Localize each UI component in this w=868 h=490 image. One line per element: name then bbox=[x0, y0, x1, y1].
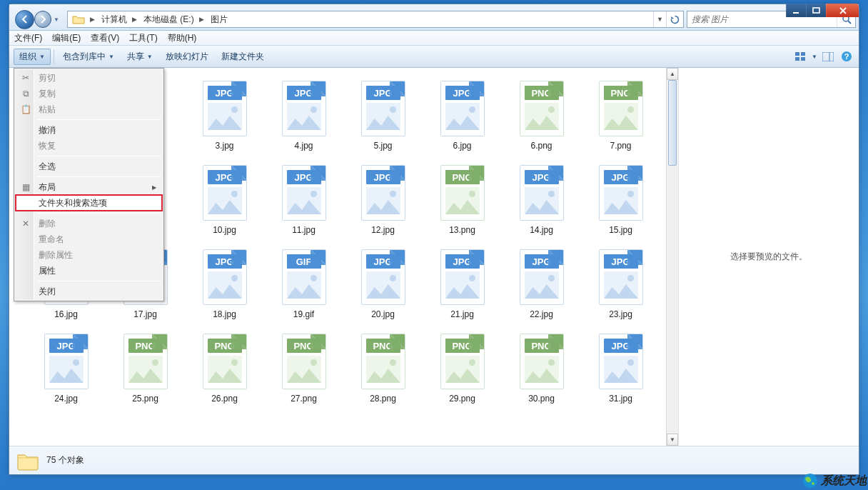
menu-close[interactable]: 关闭 bbox=[16, 284, 162, 299]
svg-rect-6 bbox=[795, 57, 799, 61]
file-thumbnail: JPG bbox=[358, 79, 409, 138]
svg-marker-20 bbox=[366, 200, 400, 214]
help-button[interactable]: ? bbox=[839, 49, 854, 64]
menu-rename[interactable]: 重命名 bbox=[16, 231, 162, 247]
file-item[interactable]: PNG13.png bbox=[423, 159, 502, 244]
menu-help[interactable]: 帮助(H) bbox=[163, 31, 202, 45]
breadcrumb-dropdown[interactable]: ▼ bbox=[653, 11, 666, 27]
file-item[interactable]: JPG23.jpg bbox=[581, 244, 660, 328]
file-item[interactable]: JPG18.jpg bbox=[185, 244, 264, 328]
file-item[interactable]: JPG31.jpg bbox=[581, 328, 660, 412]
nav-history-dropdown[interactable]: ▼ bbox=[51, 16, 61, 23]
menu-properties[interactable]: 属性 bbox=[16, 263, 162, 279]
file-item[interactable]: JPG3.jpg bbox=[185, 75, 264, 159]
scroll-up-button[interactable]: ▲ bbox=[667, 68, 678, 80]
toolbar-organize[interactable]: 组织▼ bbox=[14, 49, 51, 65]
file-name: 31.jpg bbox=[609, 394, 632, 404]
file-item[interactable]: PNG27.png bbox=[264, 328, 343, 412]
file-item[interactable]: PNG30.png bbox=[502, 328, 581, 412]
breadcrumb-bar[interactable]: ▶ 计算机 ▶ 本地磁盘 (E:) ▶ 图片 ▼ bbox=[67, 11, 684, 28]
menu-file[interactable]: 文件(F) bbox=[9, 31, 47, 45]
menu-view[interactable]: 查看(V) bbox=[86, 31, 124, 45]
file-item[interactable]: JPG14.jpg bbox=[502, 159, 581, 244]
toolbar-include-library[interactable]: 包含到库中▼ bbox=[57, 49, 120, 65]
menu-paste[interactable]: 📋粘贴 bbox=[16, 101, 162, 117]
file-item[interactable]: JPG6.jpg bbox=[423, 75, 502, 159]
file-name: 6.jpg bbox=[453, 141, 471, 151]
cut-icon: ✂ bbox=[20, 72, 31, 84]
toolbar-new-folder[interactable]: 新建文件夹 bbox=[216, 49, 270, 65]
menu-copy[interactable]: ⧉复制 bbox=[16, 86, 162, 101]
file-item[interactable]: JPG22.jpg bbox=[502, 244, 581, 328]
svg-marker-16 bbox=[525, 116, 559, 130]
preview-empty-label: 选择要预览的文件。 bbox=[730, 251, 807, 263]
status-bar: 75 个对象 bbox=[9, 446, 859, 474]
svg-marker-12 bbox=[208, 116, 242, 130]
menu-edit[interactable]: 编辑(E) bbox=[47, 31, 86, 45]
file-item[interactable]: JPG20.jpg bbox=[343, 244, 423, 328]
file-item[interactable]: JPG11.jpg bbox=[264, 159, 343, 244]
breadcrumb-separator[interactable]: ▶ bbox=[87, 11, 97, 27]
file-item[interactable]: PNG28.png bbox=[343, 328, 423, 412]
menu-redo[interactable]: 恢复 bbox=[16, 138, 162, 154]
toolbar-slideshow[interactable]: 放映幻灯片 bbox=[160, 49, 214, 65]
menu-remove-props[interactable]: 删除属性 bbox=[16, 247, 162, 263]
file-thumbnail: JPG bbox=[199, 164, 251, 222]
breadcrumb-separator[interactable]: ▶ bbox=[129, 11, 139, 27]
file-name: 21.jpg bbox=[450, 309, 474, 319]
file-name: 5.jpg bbox=[373, 141, 392, 151]
menu-folder-options[interactable]: 文件夹和搜索选项 bbox=[16, 195, 162, 211]
toolbar-share[interactable]: 共享▼ bbox=[121, 49, 158, 65]
svg-marker-36 bbox=[366, 369, 400, 383]
file-item[interactable]: PNG6.png bbox=[502, 75, 581, 159]
minimize-button[interactable] bbox=[786, 4, 806, 17]
file-name: 12.jpg bbox=[371, 225, 395, 235]
file-item[interactable]: JPG10.jpg bbox=[185, 159, 264, 244]
file-item[interactable]: JPG24.jpg bbox=[26, 328, 106, 412]
file-name: 23.jpg bbox=[609, 309, 632, 319]
nav-back-button[interactable] bbox=[15, 10, 34, 29]
file-name: 20.jpg bbox=[371, 309, 395, 319]
refresh-button[interactable] bbox=[666, 11, 683, 27]
file-name: 19.gif bbox=[293, 309, 314, 319]
close-button[interactable] bbox=[826, 4, 859, 17]
menu-cut[interactable]: ✂剪切 bbox=[16, 70, 162, 86]
menu-delete[interactable]: ✕删除 bbox=[16, 216, 162, 231]
file-thumbnail: GIF bbox=[278, 248, 330, 306]
svg-marker-21 bbox=[445, 200, 480, 214]
menu-layout[interactable]: ▦布局 bbox=[16, 179, 162, 195]
file-item[interactable]: PNG26.png bbox=[185, 328, 264, 412]
file-thumbnail: PNG bbox=[516, 79, 567, 138]
file-thumbnail: JPG bbox=[199, 79, 251, 138]
scrollbar[interactable]: ▲ ▼ bbox=[666, 68, 678, 446]
preview-pane: 选择要预览的文件。 bbox=[678, 68, 859, 446]
view-mode-button[interactable] bbox=[793, 49, 809, 64]
menu-select-all[interactable]: 全选 bbox=[16, 159, 162, 174]
menubar: 文件(F) 编辑(E) 查看(V) 工具(T) 帮助(H) bbox=[9, 31, 859, 46]
scroll-down-button[interactable]: ▼ bbox=[667, 434, 678, 446]
maximize-button[interactable] bbox=[806, 4, 826, 17]
file-thumbnail: JPG bbox=[516, 164, 567, 222]
file-name: 18.jpg bbox=[213, 309, 236, 319]
breadcrumb-computer[interactable]: 计算机 bbox=[97, 11, 129, 27]
menu-undo[interactable]: 撤消 bbox=[16, 122, 162, 138]
file-thumbnail: JPG bbox=[437, 79, 488, 138]
file-item[interactable]: GIF19.gif bbox=[264, 244, 343, 328]
svg-marker-18 bbox=[208, 200, 242, 214]
file-item[interactable]: JPG15.jpg bbox=[581, 159, 660, 244]
breadcrumb-drive[interactable]: 本地磁盘 (E:) bbox=[139, 11, 196, 27]
file-item[interactable]: JPG4.jpg bbox=[264, 75, 343, 159]
file-item[interactable]: JPG5.jpg bbox=[343, 75, 423, 159]
preview-pane-button[interactable] bbox=[820, 49, 836, 64]
file-item[interactable]: PNG29.png bbox=[423, 328, 502, 412]
file-item[interactable]: JPG12.jpg bbox=[343, 159, 423, 244]
svg-rect-8 bbox=[822, 52, 834, 61]
file-item[interactable]: PNG25.png bbox=[106, 328, 185, 412]
breadcrumb-folder[interactable]: 图片 bbox=[206, 11, 230, 27]
file-item[interactable]: JPG21.jpg bbox=[423, 244, 502, 328]
breadcrumb-separator[interactable]: ▶ bbox=[196, 11, 206, 27]
nav-forward-button[interactable] bbox=[34, 11, 51, 28]
scroll-thumb[interactable] bbox=[668, 80, 677, 166]
menu-tools[interactable]: 工具(T) bbox=[124, 31, 162, 45]
file-item[interactable]: PNG7.png bbox=[581, 75, 660, 159]
